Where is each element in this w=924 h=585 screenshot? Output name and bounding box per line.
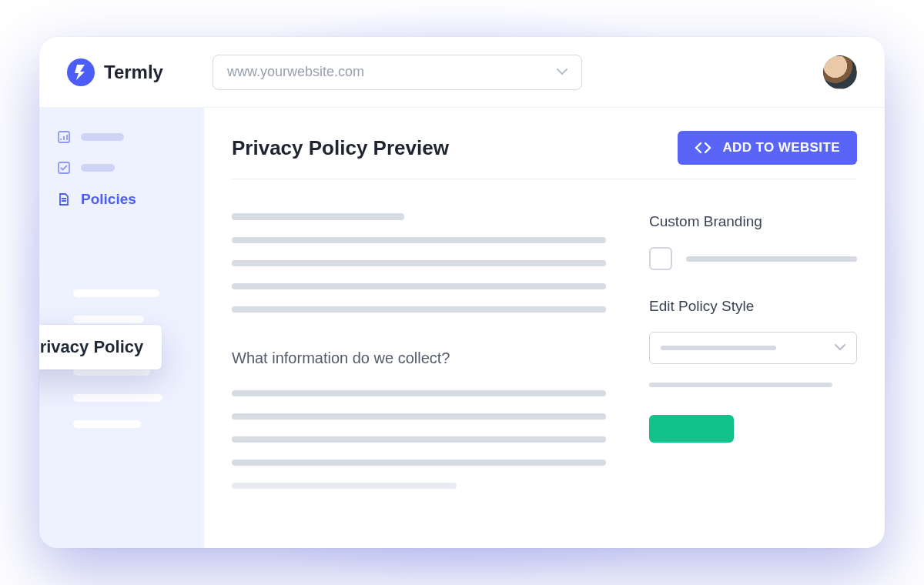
branding-option-label xyxy=(686,256,857,262)
current-policy-callout: Privacy Policy xyxy=(39,325,162,369)
sidebar-subitem[interactable] xyxy=(73,316,144,323)
settings-panel: Custom Branding Edit Policy Style xyxy=(649,213,857,530)
preview-paragraph xyxy=(232,390,606,489)
preview-section-heading: What information do we collect? xyxy=(232,349,606,367)
sidebar-subitem[interactable] xyxy=(73,394,162,402)
preview-paragraph xyxy=(232,213,606,313)
document-icon xyxy=(56,192,72,207)
body: Policies Privacy Policy Privacy Policy P… xyxy=(39,108,885,548)
sidebar-item-label: Policies xyxy=(81,191,136,208)
header: Termly www.yourwebsite.com xyxy=(39,37,885,108)
edit-style-heading: Edit Policy Style xyxy=(649,298,857,315)
page-title: Privacy Policy Preview xyxy=(232,136,449,160)
style-hint xyxy=(649,383,832,387)
custom-branding-row xyxy=(649,247,857,270)
add-to-website-button[interactable]: ADD TO WEBSITE xyxy=(678,131,857,165)
chevron-down-icon xyxy=(557,64,567,80)
sidebar-item-label xyxy=(81,133,124,141)
apply-style-button[interactable] xyxy=(649,415,734,443)
sidebar-subitem[interactable] xyxy=(73,289,159,297)
sidebar-item-dashboard[interactable] xyxy=(39,122,204,152)
custom-branding-heading: Custom Branding xyxy=(649,213,857,230)
site-selector[interactable]: www.yourwebsite.com xyxy=(213,55,582,90)
sidebar-item-consent[interactable] xyxy=(39,152,204,183)
sidebar-item-label xyxy=(81,164,115,172)
content-row: What information do we collect? Custom B… xyxy=(232,213,857,530)
brand-logo-icon xyxy=(67,58,95,86)
policy-preview: What information do we collect? xyxy=(232,213,606,530)
add-to-website-label: ADD TO WEBSITE xyxy=(722,140,840,155)
sidebar: Policies Privacy Policy xyxy=(39,108,204,548)
check-icon xyxy=(56,160,72,176)
branding-checkbox[interactable] xyxy=(649,247,672,270)
chart-icon xyxy=(56,129,72,145)
code-icon xyxy=(695,142,711,154)
brand-name: Termly xyxy=(104,62,163,83)
sidebar-subitem[interactable] xyxy=(73,420,141,428)
title-row: Privacy Policy Preview ADD TO WEBSITE xyxy=(232,131,857,165)
avatar[interactable] xyxy=(823,55,857,89)
divider xyxy=(232,179,857,179)
sidebar-item-policies[interactable]: Policies xyxy=(39,183,204,216)
style-select-value xyxy=(661,346,776,350)
site-selector-value: www.yourwebsite.com xyxy=(227,64,364,80)
brand: Termly xyxy=(67,58,163,86)
main: Privacy Policy Preview ADD TO WEBSITE xyxy=(204,108,885,548)
current-policy-label: Privacy Policy xyxy=(39,337,143,356)
style-select[interactable] xyxy=(649,332,857,364)
app-window: Termly www.yourwebsite.com xyxy=(39,37,885,548)
chevron-down-icon xyxy=(835,341,845,355)
